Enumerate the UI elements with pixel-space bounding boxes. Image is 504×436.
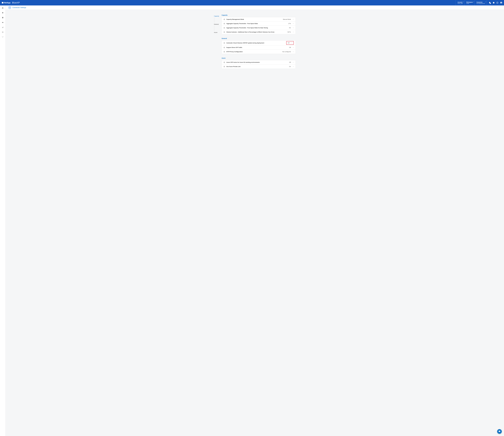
left-rail (0, 5, 6, 436)
workspace-dropdown[interactable]: Workspace odedb (464, 0, 475, 5)
main-area: Connector Settings Capacity General Azur… (6, 5, 504, 436)
chevron-down-icon (293, 62, 294, 63)
cloud-icon (2, 7, 4, 9)
account-dropdown-value: Demo_SIM (458, 3, 463, 4)
brand-product-label: BlueXP (12, 1, 20, 4)
section-general: General i Automatic Cloud Volumes ONTAP … (222, 38, 296, 54)
row-http-proxy[interactable]: i HTTP Proxy Configuration Not configure… (222, 50, 296, 54)
chevron-down-icon (293, 19, 294, 20)
page-title: Connector Settings (12, 7, 26, 9)
info-icon: i (224, 51, 225, 52)
help-icon: ? (496, 2, 498, 4)
rail-extensions-button[interactable] (2, 36, 4, 38)
row-azure-cifs-locks[interactable]: i Azure CIFS locks for Azure HA working … (222, 60, 296, 65)
rail-governance-button[interactable] (2, 21, 4, 24)
chevron-down-icon (291, 42, 292, 44)
svg-point-3 (501, 2, 502, 3)
row-label: Aggregate Capacity Thresholds - Free Spa… (226, 23, 288, 24)
svg-rect-6 (3, 27, 3, 28)
nav-general[interactable]: General (214, 23, 222, 26)
row-value: Off (289, 47, 291, 48)
highlighted-value-box: Off (286, 41, 294, 45)
top-icon-group: 8 ? (487, 0, 502, 5)
settings-sections: Capacity i Capacity Management Mode Manu… (222, 14, 296, 436)
connector-dropdown-label: Connector (477, 1, 485, 3)
nodes-icon (2, 36, 4, 38)
rail-sync-button[interactable] (2, 31, 4, 33)
row-value: Off (289, 62, 291, 63)
rail-protection-button[interactable] (2, 17, 4, 19)
row-volume-autosize[interactable]: i Volume Autosize - Additional Size in P… (222, 30, 296, 34)
brand-netapp: NetApp (2, 2, 10, 4)
svg-point-9 (2, 37, 2, 37)
row-free-space-ratio-tiering[interactable]: i Aggregate Capacity Thresholds - Free S… (222, 26, 296, 30)
row-label: Capacity Management Mode (226, 19, 283, 20)
row-azure-private-link[interactable]: i Use Azure Private Link On (222, 65, 296, 69)
account-dropdown[interactable]: Account Demo_SIM (456, 0, 464, 5)
svg-text:?: ? (497, 2, 498, 3)
row-label: Automatic Cloud Volumes ONTAP update dur… (226, 42, 286, 44)
section-azure-title: Azure (222, 57, 296, 59)
chevron-down-icon (293, 27, 294, 28)
svg-point-8 (2, 32, 3, 32)
svg-point-10 (3, 37, 3, 37)
row-free-space-ratio[interactable]: i Aggregate Capacity Thresholds - Free S… (222, 21, 296, 26)
section-capacity-title: Capacity (222, 14, 296, 16)
row-value: 587% (288, 31, 291, 33)
content-scroll[interactable]: Capacity General Azure Capacity i Capaci… (6, 10, 504, 436)
shield-icon (2, 17, 4, 19)
settings-button[interactable] (493, 2, 495, 4)
chevron-down-icon (293, 66, 294, 67)
row-value: 27% (288, 23, 291, 24)
row-value: 3% (289, 27, 291, 28)
row-capacity-management-mode[interactable]: i Capacity Management Mode Manual Mode (222, 17, 296, 21)
chat-fab[interactable] (497, 429, 502, 434)
info-icon: i (224, 19, 225, 20)
row-label: Azure CIFS locks for Azure HA working en… (226, 62, 289, 63)
row-label: Use Azure Private Link (226, 66, 289, 67)
eye-cloud-icon (2, 22, 4, 23)
brand-company-label: NetApp (4, 2, 10, 4)
rail-health-button[interactable] (2, 12, 4, 14)
user-menu-button[interactable] (500, 2, 502, 4)
section-general-title: General (222, 38, 296, 39)
rail-storage-button[interactable] (2, 7, 4, 9)
chevron-down-icon (293, 31, 294, 33)
chevron-down-icon (293, 23, 294, 24)
section-capacity: Capacity i Capacity Management Mode Manu… (222, 14, 296, 34)
chevron-down-icon (463, 1, 464, 3)
heart-shield-icon (2, 12, 4, 14)
row-value: Manual Mode (283, 19, 291, 20)
connector-settings-icon (8, 6, 11, 9)
chat-icon (498, 430, 501, 433)
chevron-down-icon (293, 47, 294, 48)
info-icon: i (224, 66, 225, 67)
nav-capacity[interactable]: Capacity (214, 15, 222, 18)
row-direct-api-traffic[interactable]: i Support Direct API Traffic Off (222, 45, 296, 50)
connector-dropdown-value: OCCMsaasDemo3 (477, 3, 485, 4)
notifications-button[interactable]: 8 (489, 2, 491, 4)
bar-chart-icon (2, 27, 4, 28)
top-bar: NetApp BlueXP Account Demo_SIM Workspace… (0, 0, 504, 5)
row-label: Aggregate Capacity Thresholds - Free Spa… (226, 27, 289, 28)
chevron-down-icon (293, 51, 294, 52)
account-dropdown-label: Account (458, 1, 463, 3)
info-icon: i (224, 23, 225, 24)
info-icon: i (224, 47, 225, 48)
row-auto-ontap-update[interactable]: i Automatic Cloud Volumes ONTAP update d… (222, 41, 296, 45)
row-label: Support Direct API Traffic (226, 47, 289, 48)
settings-side-nav: Capacity General Azure (214, 14, 222, 436)
target-icon (2, 31, 4, 33)
page-header: Connector Settings (6, 5, 504, 10)
row-value: Not configured (282, 51, 291, 52)
info-icon: i (224, 27, 225, 28)
svg-point-11 (2, 37, 3, 38)
row-label: Volume Autosize - Additional Size in Per… (226, 31, 288, 33)
rail-analytics-button[interactable] (2, 26, 4, 28)
connector-dropdown[interactable]: Connector OCCMsaasDemo3 (475, 0, 487, 5)
help-button[interactable]: ? (496, 2, 498, 4)
nav-azure[interactable]: Azure (214, 31, 222, 34)
row-value: Off (288, 42, 289, 44)
svg-rect-5 (3, 27, 3, 28)
workspace-dropdown-label: Workspace (466, 1, 473, 3)
